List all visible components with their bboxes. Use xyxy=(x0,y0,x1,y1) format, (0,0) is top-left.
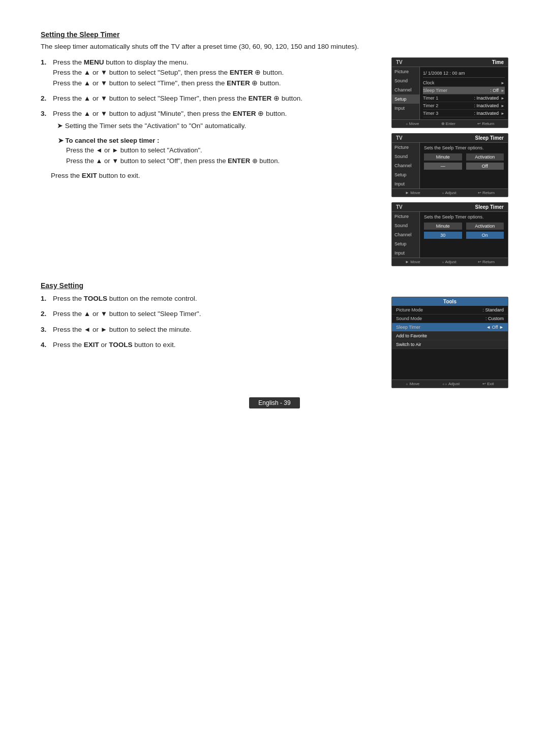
tv-screen-time-header: TV Time xyxy=(392,58,508,67)
tv-sidebar-1: Picture Sound Channel Setup Input xyxy=(392,67,420,119)
enter-bold-5: ENTER xyxy=(228,157,250,165)
st-footer-move: ► Move xyxy=(405,191,420,195)
enter-bold-2: ENTER xyxy=(227,79,250,87)
st-col-minute-val-3: 30 xyxy=(424,232,462,239)
st-sidebar-setup-3: Setup xyxy=(392,239,419,248)
st-sidebar-picture-3: Picture xyxy=(392,212,419,221)
easy-content: Easy Setting 1. Press the TOOLS button o… xyxy=(41,281,508,388)
tools-row-sound: Sound Mode : Custom xyxy=(392,314,508,323)
footer-enter: ⊕ Enter xyxy=(441,121,455,126)
right-column: TV Time Picture Sound Channel Setup Inpu… xyxy=(391,57,508,266)
st-label-2: TV xyxy=(396,135,403,141)
tools-row-favorite: Add to Favorite xyxy=(392,332,508,340)
tv-label-1: TV xyxy=(396,59,403,65)
easy-step-2: 2. Press the ▲ or ▼ button to select "Sl… xyxy=(41,309,376,319)
exit-bold-2: EXIT xyxy=(84,341,99,349)
easy-step-4-num: 4. xyxy=(41,340,51,350)
step-3-content: Press the ▲ or ▼ button to adjust "Minut… xyxy=(53,109,376,167)
easy-step-2-num: 2. xyxy=(41,309,51,319)
sidebar-picture: Picture xyxy=(392,67,419,76)
tools-footer-exit: ↩ Exit xyxy=(482,382,494,386)
st-main-2: Sets the Seelp Timer options. Minute Act… xyxy=(420,143,508,188)
easy-step-1-num: 1. xyxy=(41,294,51,304)
st-col-activation-val-3: On xyxy=(466,232,504,239)
st-col-minute-val: — xyxy=(424,163,462,170)
sidebar-setup: Setup xyxy=(392,94,419,104)
page: Setting the Sleep Timer The sleep timer … xyxy=(0,0,549,429)
page-footer: English - 39 xyxy=(0,397,549,408)
tv-screen-sleep2-body: Picture Sound Channel Setup Input Sets t… xyxy=(392,212,508,258)
st-cols-headers-3: Minute Activation xyxy=(424,223,504,230)
cancel-title: ➤ To cancel the set sleep timer : xyxy=(58,136,376,146)
enter-bold-4: ENTER xyxy=(233,110,256,117)
st-title-2: Sleep Timer xyxy=(475,135,504,141)
footer-badge: English - 39 xyxy=(249,397,299,408)
tv-screen-time-body: Picture Sound Channel Setup Input 1/ 1/2… xyxy=(392,67,508,119)
enter-bold-1: ENTER xyxy=(230,69,253,76)
tools-header: Tools xyxy=(392,297,508,306)
st-cols-headers-2: Minute Activation xyxy=(424,153,504,161)
st-sidebar-setup: Setup xyxy=(392,170,419,179)
st-sidebar-2: Picture Sound Channel Setup Input xyxy=(392,143,420,188)
step-2: 2. Press the ▲ or ▼ button to select "Sl… xyxy=(41,93,376,104)
easy-step-3-num: 3. xyxy=(41,325,51,335)
easy-step-4-content: Press the EXIT or TOOLS button to exit. xyxy=(53,340,376,350)
st-sidebar-3: Picture Sound Channel Setup Input xyxy=(392,212,420,258)
left-column: 1. Press the MENU button to display the … xyxy=(41,57,376,266)
sleep-timer-section: Setting the Sleep Timer The sleep timer … xyxy=(41,30,508,266)
st-subtitle-3: Sets the Seelp Timer options. xyxy=(424,214,504,219)
tools-row-picture: Picture Mode : Standard xyxy=(392,306,508,314)
step-3-num: 3. xyxy=(41,109,51,167)
tools-screen: Tools Picture Mode : Standard Sound Mode… xyxy=(391,297,508,388)
tv-screen-sleep2-footer: ► Move ⬦ Adjust ↩ Return xyxy=(392,258,508,266)
st-col-activation-header-3: Activation xyxy=(466,223,504,230)
step-2-content: Press the ▲ or ▼ button to select "Sleep… xyxy=(53,93,376,104)
tv-main-1: 1/ 1/2008 12 : 00 am Clock ► Sleep Timer… xyxy=(420,67,508,119)
step-2-num: 2. xyxy=(41,93,51,104)
step-1: 1. Press the MENU button to display the … xyxy=(41,57,376,88)
easy-step-4: 4. Press the EXIT or TOOLS button to exi… xyxy=(41,340,376,350)
st-sidebar-input: Input xyxy=(392,179,419,188)
tools-row-switch: Switch to Air xyxy=(392,340,508,349)
st-footer-move-3: ► Move xyxy=(405,260,420,264)
tv-screen-sleep2: TV Sleep Timer Picture Sound Channel Set… xyxy=(391,202,508,266)
st-cols-values-3: 30 On xyxy=(424,232,504,239)
st-sidebar-channel-3: Channel xyxy=(392,230,419,239)
sidebar-channel: Channel xyxy=(392,85,419,94)
tv-row-sleep: Sleep Timer : Off ► xyxy=(423,87,505,94)
footer-return: ↩ Return xyxy=(477,121,494,126)
tools-footer: ⬦ Move ⬦⬦ Adjust ↩ Exit xyxy=(392,380,508,388)
tv-row-timer3: Timer 3 : Inactivated ► xyxy=(423,110,505,117)
easy-setting-title: Easy Setting xyxy=(41,281,376,290)
tv-screen-time-footer: ⬦ Move ⊕ Enter ↩ Return xyxy=(392,119,508,128)
st-main-3: Sets the Seelp Timer options. Minute Act… xyxy=(420,212,508,258)
footer-move: ⬦ Move xyxy=(406,121,419,126)
menu-bold: MENU xyxy=(84,58,104,66)
sidebar-input: Input xyxy=(392,104,419,113)
intro-text: The sleep timer automatically shuts off … xyxy=(41,43,508,50)
cancel-body: Press the ◄ or ► button to select "Activ… xyxy=(66,145,376,167)
st-sidebar-picture: Picture xyxy=(392,143,419,152)
tools-body: Picture Mode : Standard Sound Mode : Cus… xyxy=(392,306,508,369)
st-cols-values-2: — Off xyxy=(424,163,504,170)
cancel-subsection: ➤ To cancel the set sleep timer : Press … xyxy=(58,136,376,167)
tv-row-timer1: Timer 1 : Inactivated ► xyxy=(423,94,505,102)
st-col-activation-header: Activation xyxy=(466,153,504,161)
tv-screen-sleep1-header: TV Sleep Timer xyxy=(392,134,508,143)
st-col-activation-val: Off xyxy=(466,163,504,170)
tv-title-1: Time xyxy=(492,59,504,65)
st-sidebar-sound: Sound xyxy=(392,152,419,161)
easy-setting-section: Easy Setting 1. Press the TOOLS button o… xyxy=(41,281,508,388)
step-1-content: Press the MENU button to display the men… xyxy=(53,57,376,88)
tv-screen-time: TV Time Picture Sound Channel Setup Inpu… xyxy=(391,57,508,128)
tools-footer-adjust: ⬦⬦ Adjust xyxy=(442,382,460,386)
tv-screen-sleep1: TV Sleep Timer Picture Sound Channel Set… xyxy=(391,133,508,197)
tools-bold-1: TOOLS xyxy=(84,295,107,302)
tv-screen-sleep1-footer: ► Move ⬦ Adjust ↩ Return xyxy=(392,188,508,197)
tv-screen-sleep2-header: TV Sleep Timer xyxy=(392,203,508,212)
tools-row-sleep: Sleep Timer ◄ Off ► xyxy=(392,323,508,332)
easy-step-1-content: Press the TOOLS button on the remote con… xyxy=(53,294,376,304)
easy-step-3-content: Press the ◄ or ► button to select the mi… xyxy=(53,325,376,335)
enter-bold-3: ENTER xyxy=(249,94,272,102)
st-sidebar-sound-3: Sound xyxy=(392,221,419,230)
